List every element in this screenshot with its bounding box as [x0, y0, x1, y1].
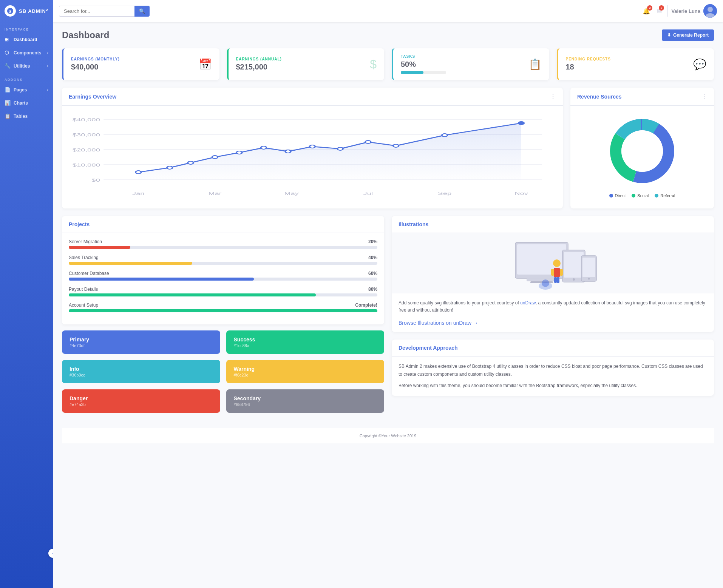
sidebar-item-components[interactable]: ⬡ Components › [0, 46, 53, 59]
social-label: Social [637, 193, 649, 198]
sidebar-toggle-button[interactable]: ‹ [48, 549, 53, 558]
page-content: Dashboard ⬇ Generate Report EARNINGS (MO… [53, 22, 723, 588]
project-pct-1: 40% [368, 255, 377, 260]
earnings-overview-body: $0 $10,000 $20,000 $30,000 $40,000 Jan M… [62, 106, 563, 208]
sidebar-section-interface: INTERFACE [0, 22, 53, 33]
legend-social: Social [632, 193, 649, 198]
color-card-danger: Danger #e74a3b [62, 389, 220, 413]
illustration-text: Add some quality svg illustrations to yo… [392, 293, 714, 320]
topbar-user[interactable]: Valerie Luna [671, 4, 717, 18]
color-label-secondary: Secondary [234, 395, 377, 401]
svg-point-24 [188, 161, 193, 164]
page-title: Dashboard [62, 30, 109, 40]
sidebar-item-label: Pages [14, 87, 27, 93]
svg-point-3 [708, 7, 713, 12]
svg-point-48 [588, 278, 590, 280]
svg-point-34 [518, 122, 524, 125]
topbar-right: 🔔 3 ✉ 7 Valerie Luna [641, 4, 717, 18]
stat-card-monthly: EARNINGS (MONTHLY) $40,000 📅 [62, 48, 219, 80]
stat-value-tasks: 50% [401, 60, 528, 69]
project-name-0: Server Migration [69, 239, 102, 244]
donut-chart [604, 113, 680, 189]
svg-text:Jul: Jul [363, 191, 373, 196]
svg-text:$10,000: $10,000 [73, 163, 100, 167]
chevron-right-icon: › [47, 88, 48, 92]
line-chart: $0 $10,000 $20,000 $30,000 $40,000 Jan M… [69, 112, 556, 202]
components-icon: ⬡ [5, 50, 11, 56]
sidebar-section-addons: ADDONS [0, 73, 53, 83]
svg-text:S: S [9, 9, 11, 14]
color-hex-secondary: #858796 [234, 402, 377, 407]
svg-text:$0: $0 [91, 178, 100, 182]
topbar: 🔍 🔔 3 ✉ 7 Valerie Luna [53, 0, 723, 22]
illustrations-card: Illustrations [392, 216, 714, 332]
user-name: Valerie Luna [671, 8, 700, 14]
calendar-icon: 📅 [199, 58, 212, 71]
dev-approach-para1: SB Admin 2 makes extensive use of Bootst… [399, 363, 707, 378]
search-wrapper: 🔍 [59, 6, 157, 17]
charts-icon: 📊 [5, 100, 11, 106]
svg-text:Mar: Mar [209, 191, 222, 196]
sidebar-item-pages[interactable]: 📄 Pages › [0, 83, 53, 96]
svg-rect-51 [551, 269, 554, 276]
search-input[interactable] [59, 6, 134, 17]
direct-label: Direct [615, 193, 626, 198]
undraw-link[interactable]: unDraw [520, 300, 536, 306]
earnings-menu-icon[interactable]: ⋮ [550, 93, 556, 100]
svg-rect-53 [554, 277, 557, 283]
svg-point-26 [236, 151, 242, 154]
svg-rect-54 [557, 277, 559, 283]
svg-point-30 [337, 147, 343, 150]
svg-point-23 [167, 166, 173, 169]
svg-point-49 [553, 259, 561, 267]
messages-icon: 💬 [693, 58, 706, 71]
browse-illustrations-link[interactable]: Browse Illustrations on unDraw → [399, 320, 478, 326]
svg-point-28 [285, 150, 291, 153]
notifications-button[interactable]: 🔔 3 [641, 6, 652, 16]
generate-report-button[interactable]: ⬇ Generate Report [662, 29, 714, 41]
right-bottom: Illustrations [392, 216, 714, 420]
sidebar-brand: S SB ADMIN2 [0, 0, 53, 22]
sidebar-item-utilities[interactable]: 🔧 Utilities › [0, 59, 53, 73]
svg-point-33 [442, 134, 448, 137]
revenue-sources-title: Revenue Sources [577, 94, 622, 100]
chevron-right-icon: › [47, 51, 48, 55]
svg-text:$40,000: $40,000 [73, 117, 100, 122]
tasks-icon: 📋 [528, 58, 542, 71]
svg-point-45 [573, 278, 575, 281]
revenue-sources-card: Revenue Sources ⋮ [570, 88, 714, 208]
task-progress [401, 71, 528, 74]
project-name-2: Customer Database [69, 271, 109, 276]
sidebar-item-label: Charts [14, 100, 28, 106]
project-item-0: Server Migration 20% [69, 239, 377, 249]
revenue-menu-icon[interactable]: ⋮ [701, 93, 707, 100]
donut-area: Direct Social Referral [570, 106, 714, 205]
svg-text:Nov: Nov [514, 191, 528, 196]
projects-header: Projects [62, 216, 384, 233]
avatar [703, 4, 717, 18]
svg-point-22 [136, 171, 141, 174]
svg-point-25 [212, 156, 218, 159]
sidebar-item-charts[interactable]: 📊 Charts [0, 96, 53, 110]
sidebar-item-label: Tables [14, 114, 28, 119]
page-header: Dashboard ⬇ Generate Report [62, 29, 714, 41]
project-item-3: Payout Details 80% [69, 287, 377, 296]
sidebar-item-dashboard[interactable]: ⊞ Dashboard [0, 33, 53, 46]
search-button[interactable]: 🔍 [134, 6, 150, 17]
stat-card-tasks: TASKS 50% 📋 [392, 48, 549, 80]
social-dot [632, 194, 635, 198]
sidebar-item-tables[interactable]: 📋 Tables [0, 110, 53, 123]
svg-rect-41 [527, 278, 557, 281]
dev-approach-body: SB Admin 2 makes extensive use of Bootst… [392, 357, 714, 395]
messages-button[interactable]: ✉ 7 [655, 6, 663, 16]
notifications-badge: 3 [647, 5, 652, 11]
charts-row: Earnings Overview ⋮ $0 [62, 88, 714, 208]
project-pct-4: Complete! [355, 302, 377, 308]
project-item-1: Sales Tracking 40% [69, 255, 377, 265]
stat-label-monthly: EARNINGS (MONTHLY) [71, 57, 120, 61]
color-card-warning: Warning #f6c23e [226, 360, 385, 383]
pages-icon: 📄 [5, 87, 11, 93]
brand-name: SB ADMIN2 [19, 8, 48, 14]
svg-point-38 [621, 130, 663, 172]
svg-text:Sep: Sep [438, 191, 451, 196]
